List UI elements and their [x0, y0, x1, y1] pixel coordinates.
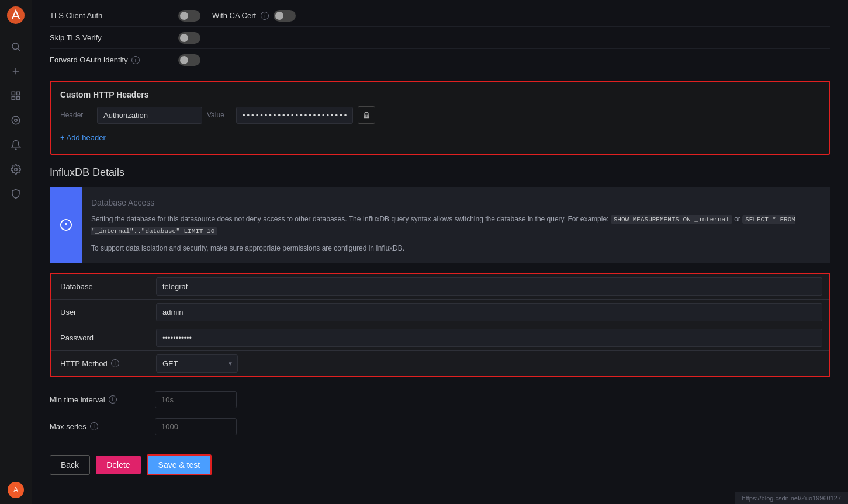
svg-point-1 [12, 43, 19, 50]
custom-headers-title: Custom HTTP Headers [60, 90, 820, 99]
delete-button[interactable]: Delete [96, 456, 140, 474]
status-bar: https://blog.csdn.net/Zuo19960127 [735, 492, 848, 504]
with-ca-cert-toggle[interactable] [274, 10, 296, 22]
svg-rect-7 [12, 97, 15, 100]
svg-point-9 [12, 116, 20, 124]
delete-header-button[interactable] [358, 106, 375, 124]
header-name-input[interactable] [97, 107, 202, 124]
svg-point-10 [15, 119, 18, 122]
min-interval-info-icon[interactable]: i [109, 395, 117, 404]
database-field-label: Database [51, 276, 156, 297]
save-test-button[interactable]: Save & test [147, 454, 212, 475]
extra-fields: Min time interval i Max series i [50, 387, 830, 440]
sidebar-item-dashboards[interactable] [5, 85, 26, 106]
sidebar-item-settings[interactable] [5, 159, 26, 180]
min-interval-input[interactable] [155, 391, 237, 408]
header-value-input[interactable] [236, 107, 353, 124]
skip-tls-toggle[interactable] [178, 32, 200, 44]
with-ca-cert-info-icon[interactable]: i [261, 12, 269, 20]
sidebar-item-security[interactable] [5, 183, 26, 204]
add-header-button[interactable]: + Add header [60, 130, 106, 145]
http-method-select[interactable]: GET POST [156, 354, 238, 373]
sidebar-item-alerts[interactable] [5, 110, 26, 131]
user-field-label: User [51, 302, 156, 322]
info-box-stripe [50, 187, 82, 263]
database-field-row: Database [51, 274, 829, 300]
password-field-row: Password [51, 325, 829, 351]
custom-headers-section: Custom HTTP Headers Header Value + Add h… [50, 81, 830, 155]
sidebar-item-search[interactable] [5, 36, 26, 57]
min-interval-row: Min time interval i [50, 387, 830, 413]
tls-client-auth-toggle[interactable] [178, 10, 200, 22]
db-access-description2: To support data isolation and security, … [91, 243, 821, 254]
max-series-info-icon[interactable]: i [90, 422, 98, 430]
min-interval-label: Min time interval i [50, 395, 155, 404]
db-access-title: Database Access [91, 196, 821, 209]
forward-oauth-label: Forward OAuth Identity i [50, 55, 178, 64]
database-access-info-box: Database Access Setting the database for… [50, 187, 830, 263]
svg-point-11 [15, 168, 18, 171]
status-url: https://blog.csdn.net/Zuo19960127 [742, 495, 841, 502]
sidebar: A [0, 0, 32, 504]
sidebar-bottom: A [8, 482, 24, 498]
user-input[interactable] [156, 303, 822, 321]
svg-line-2 [18, 48, 19, 50]
max-series-input[interactable] [155, 418, 237, 435]
forward-oauth-row: Forward OAuth Identity i [50, 49, 830, 71]
tls-section: TLS Client Auth With CA Cert i Skip TLS … [50, 0, 830, 71]
action-buttons: Back Delete Save & test [50, 454, 830, 475]
password-input[interactable] [156, 329, 822, 347]
headers-row: Header Value [60, 106, 820, 124]
forward-oauth-toggle[interactable] [178, 54, 200, 66]
tls-client-auth-row: TLS Client Auth With CA Cert i [50, 5, 830, 27]
value-col-label: Value [207, 111, 231, 119]
code-example-1: SHOW MEASUREMENTS ON _internal [611, 215, 732, 224]
info-box-content: Database Access Setting the database for… [82, 187, 830, 263]
with-ca-cert-row: With CA Cert i [212, 10, 296, 22]
skip-tls-row: Skip TLS Verify [50, 27, 830, 49]
app-logo[interactable] [6, 6, 25, 25]
forward-oauth-info-icon[interactable]: i [131, 56, 140, 64]
skip-tls-label: Skip TLS Verify [50, 33, 178, 42]
http-method-select-wrapper: GET POST ▼ [156, 354, 238, 373]
svg-rect-8 [17, 97, 20, 100]
header-col-label: Header [60, 111, 92, 119]
sidebar-item-add[interactable] [5, 61, 26, 82]
max-series-row: Max series i [50, 413, 830, 440]
tls-client-auth-label: TLS Client Auth [50, 11, 178, 20]
http-method-info-icon[interactable]: i [111, 359, 119, 367]
sidebar-item-notifications[interactable] [5, 134, 26, 155]
user-avatar[interactable]: A [8, 482, 24, 498]
back-button[interactable]: Back [50, 455, 90, 475]
influxdb-section-title: InfluxDB Details [50, 166, 830, 179]
user-field-row: User [51, 300, 829, 325]
database-input[interactable] [156, 277, 822, 296]
db-access-description: Setting the database for this datasource… [91, 214, 821, 237]
db-form: Database User Password HTTP Method i GET… [50, 273, 830, 377]
http-method-field-row: HTTP Method i GET POST ▼ [51, 351, 829, 376]
password-field-label: Password [51, 328, 156, 348]
main-content: TLS Client Auth With CA Cert i Skip TLS … [32, 0, 848, 504]
svg-rect-5 [12, 92, 15, 95]
max-series-label: Max series i [50, 422, 155, 431]
svg-rect-6 [17, 92, 20, 95]
http-method-label: HTTP Method i [51, 353, 156, 374]
